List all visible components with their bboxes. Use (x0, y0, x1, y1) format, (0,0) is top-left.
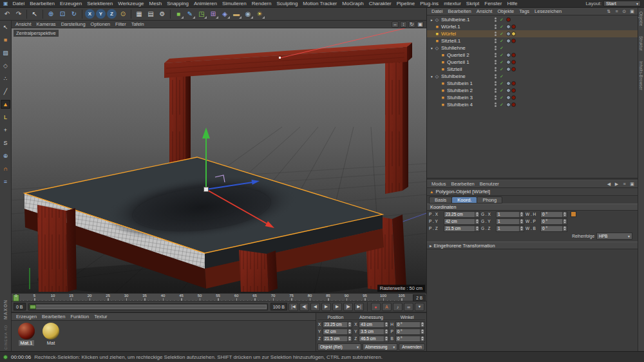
enabled-check-icon[interactable]: ✓ (498, 46, 505, 51)
material-tag-icon[interactable] (511, 53, 516, 57)
am-menu-modus[interactable]: Modus (429, 181, 449, 187)
timeline-range-slider[interactable] (28, 303, 268, 310)
material-menu-bearbeiten[interactable]: Bearbeiten (39, 314, 68, 319)
playback-options-button[interactable]: ▾ (415, 303, 424, 311)
am-lock-icon[interactable]: ▣ (629, 182, 636, 187)
editor-visibility-dot[interactable] (495, 88, 497, 90)
object-row-stuhllehne[interactable]: ▾◇Stuhllehne✓ (427, 44, 638, 52)
material-tag-icon[interactable] (511, 88, 516, 93)
object-row-stuhlbein-1[interactable]: ■Stuhlbein 1✓ (427, 80, 638, 87)
material-tag-icon[interactable] (511, 24, 516, 29)
material-tag-icon[interactable] (506, 95, 511, 100)
w-w-h-field[interactable]: 0 ° (540, 211, 567, 218)
texture-mode-icon[interactable]: ▧ (1, 48, 10, 57)
position-y-field[interactable]: 42 cm (323, 329, 352, 335)
make-editable-icon[interactable]: ↖ (1, 23, 10, 32)
spinner-icon[interactable] (475, 212, 479, 217)
enabled-check-icon[interactable]: ✓ (498, 81, 505, 86)
viewport-menu-tafeln[interactable]: Tafeln (129, 21, 147, 27)
editor-visibility-dot[interactable] (495, 46, 497, 48)
menu-mtextur[interactable]: mtextur (441, 1, 464, 6)
spline-pen-icon[interactable]: ✎ (184, 8, 196, 19)
tab-basis[interactable]: Basis (429, 196, 451, 204)
material-tag-icon[interactable] (511, 60, 516, 64)
subdivision-surface-icon[interactable]: ◳ (196, 8, 207, 19)
material-tag-icon[interactable] (511, 95, 516, 100)
enabled-check-icon[interactable]: ✓ (498, 17, 505, 23)
spinner-icon[interactable] (347, 336, 352, 341)
editor-visibility-dot[interactable] (495, 39, 497, 41)
menu-erzeugen[interactable]: Erzeugen (57, 1, 84, 6)
p-p-x-field[interactable]: 23.25 cm (444, 211, 480, 218)
floor-icon[interactable]: ▬ (231, 8, 242, 19)
om-menu-ansicht[interactable]: Ansicht (474, 8, 495, 14)
viewport-menu-ansicht[interactable]: Ansicht (13, 21, 34, 27)
primitive-cube-icon[interactable]: ■ (173, 8, 184, 19)
workplane-mode-icon[interactable]: ◇ (1, 61, 10, 70)
menu-rendern[interactable]: Rendern (249, 1, 274, 6)
polygons-mode-icon[interactable]: ▲ (1, 100, 10, 109)
render-settings-icon[interactable]: ⚙ (156, 8, 168, 19)
editor-visibility-dot[interactable] (495, 24, 497, 26)
spinner-icon[interactable] (384, 329, 388, 334)
spinner-icon[interactable] (347, 322, 352, 327)
material-menu-erzeugen[interactable]: Erzeugen (14, 314, 39, 319)
render-visibility-dot[interactable] (495, 77, 497, 79)
soft-selection-icon[interactable]: S (1, 138, 10, 148)
spinner-icon[interactable] (475, 226, 479, 231)
snapping-icon[interactable]: ∩ (1, 164, 10, 173)
enabled-check-icon[interactable]: ✓ (498, 74, 505, 79)
spinner-icon[interactable] (562, 226, 567, 231)
render-view-icon[interactable]: ▦ (133, 8, 145, 19)
expand-icon[interactable]: ▸ (430, 18, 434, 22)
color-swatch[interactable] (571, 211, 576, 217)
points-mode-icon[interactable]: ∴ (1, 74, 10, 83)
menu-sculpting[interactable]: Sculpting (274, 1, 300, 6)
lock-z-axis-icon[interactable]: Z (107, 9, 117, 19)
timeline-ruler[interactable]: 2 B 051015202530354045505560657075808590… (12, 293, 426, 301)
om-menu-lesezeichen[interactable]: Lesezeichen (532, 8, 564, 14)
position-z-field[interactable]: 21.5 cm (323, 336, 352, 342)
position-x-field[interactable]: 23.25 cm (323, 321, 352, 328)
spinner-icon[interactable] (475, 219, 479, 224)
array-generator-icon[interactable]: ⊞ (207, 8, 219, 19)
prev-frame-button[interactable]: ◀ (310, 303, 320, 311)
dock-tab-objekte[interactable]: Objekte (639, 12, 643, 26)
size-z-field[interactable]: 46.5 cm (359, 336, 388, 342)
lock-x-axis-icon[interactable]: X (85, 9, 95, 19)
spinner-icon[interactable] (519, 226, 524, 231)
dock-tab-struktur[interactable]: Struktur (639, 36, 643, 51)
w-w-b-field[interactable]: 0 ° (540, 225, 567, 232)
object-row-stuhlbein-4[interactable]: ■Stuhlbein 4✓ (427, 101, 638, 108)
render-visibility-dot[interactable] (495, 48, 497, 50)
spinner-icon[interactable] (420, 329, 424, 334)
menu-mograph[interactable]: MoGraph (339, 1, 366, 6)
position-mode-select[interactable]: Objekt (Rel) (317, 343, 361, 350)
angle-b-field[interactable]: 0 ° (395, 336, 425, 342)
spinner-icon[interactable] (384, 322, 388, 327)
object-row-querteil-1[interactable]: ■Querteil 1✓ (427, 59, 638, 66)
range-end-field[interactable]: 100 B (270, 303, 287, 310)
viewport-menu-filter[interactable]: Filter (113, 21, 129, 27)
enabled-check-icon[interactable]: ✓ (498, 53, 505, 58)
spinner-icon[interactable] (420, 322, 424, 327)
render-visibility-dot[interactable] (495, 91, 497, 93)
prev-key-button[interactable]: ◀| (299, 303, 309, 311)
om-menu-datei[interactable]: Datei (429, 8, 446, 14)
camera-label[interactable]: Zentralperspektive (14, 30, 59, 37)
sound-button[interactable]: ♪ (393, 303, 402, 311)
visibility-dots[interactable] (493, 102, 498, 107)
material-tag-icon[interactable] (506, 17, 511, 22)
live-selection-icon[interactable]: ↖ (29, 8, 41, 19)
object-row-sitzteil-1[interactable]: ■Sitzteil.1✓ (427, 37, 638, 44)
coordinate-globe-icon[interactable]: ⊕ (1, 151, 10, 160)
spinner-icon[interactable] (384, 336, 388, 341)
visibility-dots[interactable] (493, 74, 498, 79)
p-p-z-field[interactable]: 21.5 cm (444, 225, 480, 232)
material-tag-icon[interactable] (511, 67, 516, 71)
spinner-icon[interactable] (562, 212, 567, 217)
material-tag-icon[interactable] (511, 32, 516, 36)
object-row-sitzteil[interactable]: ■Sitzteil✓ (427, 66, 638, 73)
spinner-icon[interactable] (519, 219, 524, 224)
editor-visibility-dot[interactable] (495, 32, 497, 33)
